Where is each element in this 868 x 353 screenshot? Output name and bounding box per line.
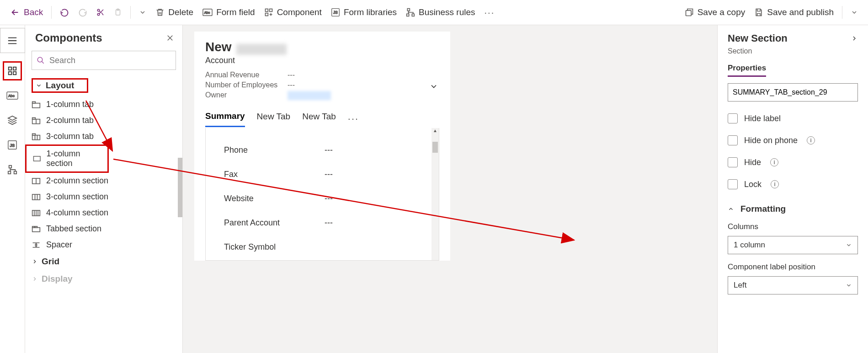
layout-item-1col-section[interactable]: 1-column section bbox=[25, 144, 109, 173]
form-field-label: Form field bbox=[216, 7, 255, 17]
svg-point-0 bbox=[98, 9, 100, 11]
layout-item-tabbed-section[interactable]: Tabbed section bbox=[25, 221, 182, 237]
rail-tree-button[interactable] bbox=[3, 111, 22, 130]
save-publish-button[interactable]: Save and publish bbox=[750, 5, 838, 20]
component-label: Component bbox=[277, 7, 322, 17]
meta-value: --- bbox=[288, 81, 295, 89]
tab-new-2[interactable]: New Tab bbox=[302, 112, 336, 126]
props-tab-properties[interactable]: Properties bbox=[728, 64, 766, 77]
form-field-button[interactable]: Abc Form field bbox=[198, 5, 259, 20]
svg-rect-17 bbox=[9, 72, 11, 75]
business-rules-button[interactable]: Business rules bbox=[401, 5, 480, 20]
display-group-header[interactable]: Display bbox=[25, 270, 182, 288]
undo-button[interactable] bbox=[55, 5, 74, 20]
field-row[interactable]: Fax--- bbox=[224, 162, 421, 187]
paste-button[interactable] bbox=[109, 5, 127, 19]
arrow-left-icon bbox=[10, 7, 20, 17]
delete-button[interactable]: Delete bbox=[151, 5, 198, 20]
svg-rect-23 bbox=[9, 166, 12, 168]
cut-button[interactable] bbox=[92, 5, 109, 19]
rail-js-button[interactable]: JS bbox=[3, 135, 22, 155]
info-icon[interactable]: i bbox=[770, 158, 778, 166]
svg-rect-30 bbox=[32, 118, 36, 119]
svg-rect-38 bbox=[32, 226, 35, 228]
expand-header-button[interactable] bbox=[429, 82, 438, 91]
sec2-icon bbox=[32, 177, 41, 185]
dropdown-button[interactable] bbox=[134, 6, 151, 19]
meta-value: --- bbox=[288, 71, 295, 79]
layout-item-4col-section[interactable]: 4-column section bbox=[25, 205, 182, 221]
components-panel: Components Layout 1-column tab 2-column … bbox=[25, 25, 183, 353]
component-button[interactable]: Component bbox=[260, 5, 326, 20]
tab-summary[interactable]: Summary bbox=[205, 111, 245, 127]
svg-point-1 bbox=[98, 13, 100, 16]
svg-rect-24 bbox=[8, 171, 11, 174]
chevron-right-icon[interactable] bbox=[851, 35, 858, 42]
overflow-button[interactable]: ··· bbox=[480, 5, 500, 21]
search-box[interactable] bbox=[32, 51, 176, 70]
info-icon[interactable]: i bbox=[807, 136, 815, 144]
form-libraries-button[interactable]: JS Form libraries bbox=[326, 5, 401, 20]
rail-components-button[interactable] bbox=[3, 61, 22, 80]
form-new-label: New bbox=[205, 40, 232, 54]
scroll-up-icon: ▲ bbox=[433, 128, 437, 133]
left-rail: Abc JS bbox=[0, 25, 25, 353]
rail-fields-button[interactable]: Abc bbox=[3, 86, 22, 105]
field-row[interactable]: Parent Account--- bbox=[224, 211, 421, 235]
close-panel-button[interactable] bbox=[166, 34, 174, 42]
svg-rect-35 bbox=[32, 194, 40, 200]
hamburger-button[interactable] bbox=[0, 28, 25, 53]
svg-rect-11 bbox=[407, 9, 410, 11]
business-rules-label: Business rules bbox=[419, 7, 475, 17]
layout-item-2col-tab[interactable]: 2-column tab bbox=[25, 112, 182, 128]
svg-rect-15 bbox=[9, 67, 11, 70]
save-publish-split[interactable] bbox=[846, 6, 863, 19]
rules-rail-icon bbox=[7, 165, 17, 175]
save-copy-button[interactable]: Save a copy bbox=[680, 5, 750, 20]
redo-icon bbox=[78, 8, 87, 17]
back-button[interactable]: Back bbox=[5, 5, 48, 20]
layout-group-header[interactable]: Layout bbox=[25, 75, 182, 96]
props-subtitle: Section bbox=[728, 47, 858, 55]
layout-item-spacer[interactable]: Spacer bbox=[25, 237, 182, 253]
svg-text:JS: JS bbox=[10, 143, 15, 148]
field-row[interactable]: Ticker Symbol bbox=[224, 235, 421, 259]
redo-button[interactable] bbox=[74, 5, 92, 20]
form-tabs: Summary New Tab New Tab ··· bbox=[205, 111, 439, 127]
panel-scrollbar[interactable] bbox=[178, 158, 182, 217]
layout-item-2col-section[interactable]: 2-column section bbox=[25, 173, 182, 189]
search-input[interactable] bbox=[49, 56, 171, 65]
scroll-thumb[interactable] bbox=[432, 142, 438, 153]
layout-item-1col-tab[interactable]: 1-column tab bbox=[25, 96, 182, 112]
tab-new-1[interactable]: New Tab bbox=[257, 112, 291, 126]
label-pos-select[interactable]: Left bbox=[728, 276, 858, 294]
svg-rect-18 bbox=[13, 72, 16, 75]
hide-label-checkbox[interactable]: Hide label bbox=[728, 113, 858, 123]
layout-item-3col-section[interactable]: 3-column section bbox=[25, 189, 182, 205]
rail-rules-button[interactable] bbox=[3, 160, 22, 179]
section-name-input[interactable] bbox=[728, 83, 858, 102]
formatting-header[interactable]: Formatting bbox=[728, 204, 858, 214]
hamburger-icon bbox=[7, 37, 17, 45]
hide-phone-checkbox[interactable]: Hide on phonei bbox=[728, 135, 858, 145]
svg-rect-32 bbox=[32, 134, 36, 135]
lock-checkbox[interactable]: Locki bbox=[728, 179, 858, 189]
columns-select[interactable]: 1 column bbox=[728, 236, 858, 254]
field-row[interactable]: Website--- bbox=[224, 187, 421, 211]
chevron-down-icon bbox=[846, 282, 852, 289]
display-label: Display bbox=[42, 274, 73, 284]
svg-rect-25 bbox=[14, 171, 16, 174]
layout-item-3col-tab[interactable]: 3-column tab bbox=[25, 128, 182, 144]
separator bbox=[130, 6, 131, 19]
grid-group-header[interactable]: Grid bbox=[25, 253, 182, 270]
delete-label: Delete bbox=[168, 7, 193, 17]
redacted-text bbox=[236, 44, 287, 55]
fields-scrollbar[interactable]: ▲ bbox=[431, 128, 439, 260]
form-card[interactable]: New Account Annual Revenue--- Number of … bbox=[194, 32, 450, 261]
hide-checkbox[interactable]: Hidei bbox=[728, 157, 858, 167]
sec3-icon bbox=[32, 193, 41, 201]
meta-label: Annual Revenue bbox=[205, 71, 278, 79]
info-icon[interactable]: i bbox=[771, 180, 779, 188]
tab-overflow[interactable]: ··· bbox=[348, 113, 359, 125]
field-row[interactable]: Phone--- bbox=[224, 138, 421, 162]
